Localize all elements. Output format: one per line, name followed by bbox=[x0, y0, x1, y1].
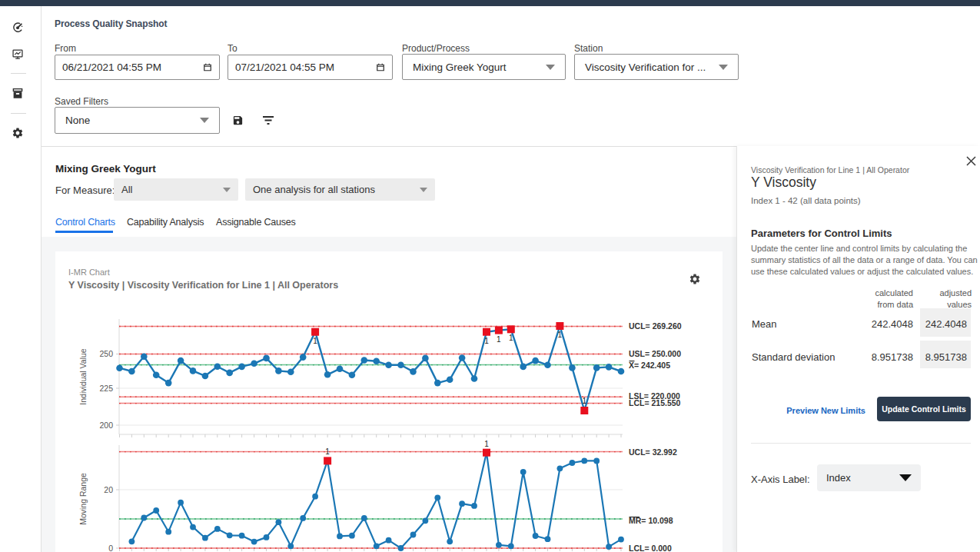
svg-text:X= 242.405: X= 242.405 bbox=[629, 361, 670, 370]
svg-text:200: 200 bbox=[99, 421, 113, 430]
svg-text:USL= 250.000: USL= 250.000 bbox=[629, 349, 681, 358]
svg-text:UCL= 269.260: UCL= 269.260 bbox=[629, 321, 682, 331]
svg-text:1: 1 bbox=[484, 440, 489, 448]
svg-text:1: 1 bbox=[484, 337, 489, 345]
svg-text:1: 1 bbox=[558, 331, 563, 339]
svg-text:Moving Range: Moving Range bbox=[78, 473, 88, 525]
svg-text:250: 250 bbox=[99, 349, 113, 358]
svg-text:225: 225 bbox=[99, 384, 113, 393]
svg-text:20: 20 bbox=[104, 485, 113, 494]
svg-text:Individual Value: Individual Value bbox=[78, 348, 88, 405]
svg-text:0: 0 bbox=[108, 544, 113, 552]
svg-text:LCL= 215.550: LCL= 215.550 bbox=[629, 398, 681, 407]
svg-text:1: 1 bbox=[509, 334, 513, 342]
svg-text:1: 1 bbox=[583, 397, 587, 405]
svg-text:1: 1 bbox=[325, 447, 330, 456]
svg-text:UCL= 32.992: UCL= 32.992 bbox=[629, 447, 677, 457]
svg-text:LCL= 0.000: LCL= 0.000 bbox=[629, 544, 672, 552]
svg-text:1: 1 bbox=[497, 335, 501, 344]
svg-text:1: 1 bbox=[313, 337, 317, 345]
